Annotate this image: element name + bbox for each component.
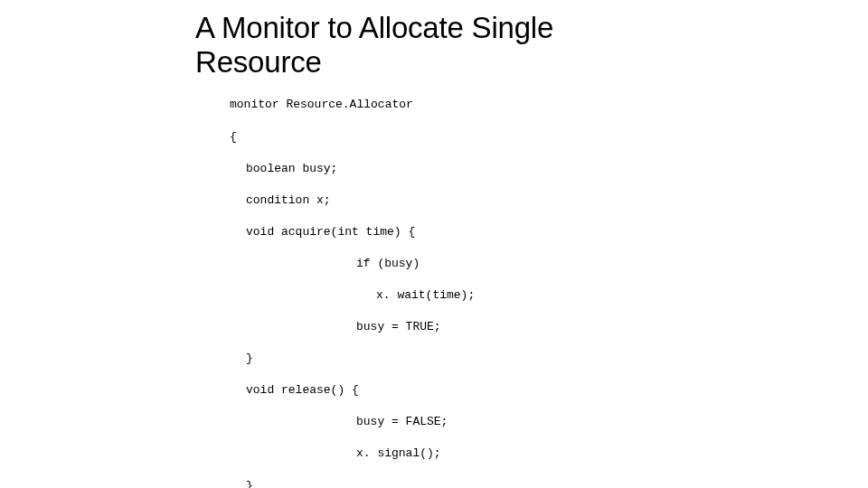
code-line: busy = TRUE; (230, 319, 868, 335)
code-line: busy = FALSE; (230, 414, 868, 430)
slide-title: A Monitor to Allocate Single Resource (195, 11, 868, 80)
code-line: } (230, 351, 868, 367)
code-line: x. wait(time); (230, 287, 868, 304)
code-line: } (230, 478, 868, 488)
title-line-1: A Monitor to Allocate Single (195, 11, 553, 44)
code-line: monitor Resource.Allocator (230, 97, 868, 113)
code-line: condition x; (230, 192, 868, 209)
code-line: boolean busy; (230, 161, 868, 177)
code-line: if (busy) (230, 256, 868, 272)
code-line: { (230, 129, 868, 145)
code-line: void acquire(int time) { (230, 224, 868, 240)
code-block: monitor Resource.Allocator { boolean bus… (230, 81, 868, 488)
title-line-2: Resource (195, 45, 322, 79)
code-line: x. signal(); (230, 446, 868, 462)
code-line: void release() { (230, 382, 868, 399)
